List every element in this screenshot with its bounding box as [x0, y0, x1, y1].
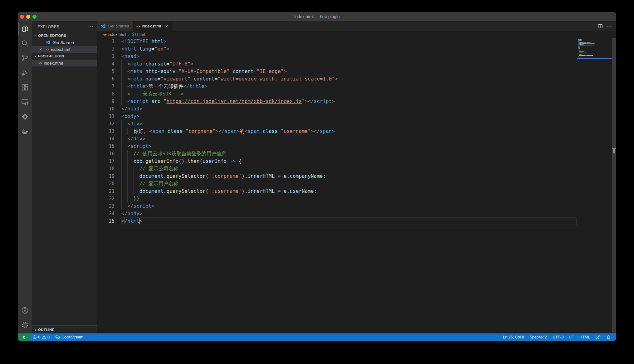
code-editor[interactable]: 1<!DOCTYPE html>2<html lang="en">3<head>…	[97, 38, 616, 333]
line-content: <!DOCTYPE html>	[121, 38, 616, 45]
line-number[interactable]: 18	[97, 165, 121, 172]
titlebar[interactable]: index.html — first-plugin	[18, 12, 616, 21]
activity-item-settings[interactable]	[18, 318, 32, 332]
code-line: 19 document.querySelector('.corpname').i…	[97, 172, 616, 180]
indent-guide	[121, 128, 122, 135]
sidebar-header: EXPLORER ···	[32, 21, 97, 32]
line-number[interactable]: 11	[97, 113, 121, 120]
source-control-icon	[21, 54, 29, 62]
scrollbar[interactable]	[612, 38, 616, 333]
line-number[interactable]: 14	[97, 135, 121, 143]
minimap-line	[579, 48, 580, 49]
bell-icon	[606, 335, 611, 340]
minimap-line	[579, 42, 580, 42]
activity-item-accounts[interactable]	[18, 303, 32, 318]
minimap-line	[594, 46, 594, 46]
status-feedback[interactable]	[593, 333, 603, 341]
line-content: <meta name="viewport" content="width=dev…	[121, 75, 616, 83]
explorer-more-actions-button[interactable]: ···	[88, 24, 94, 29]
line-number[interactable]: 20	[97, 180, 121, 187]
activity-item-extensions[interactable]	[18, 80, 32, 95]
breadcrumb-item-index-html[interactable]: <>index.html	[103, 32, 126, 37]
status-language-mode[interactable]: HTML	[577, 333, 593, 341]
split-editor-icon[interactable]	[598, 24, 603, 29]
more-actions-icon[interactable]: ···	[607, 23, 612, 29]
codestream-status[interactable]: CodeStream	[52, 333, 86, 341]
close-editor-icon[interactable]: ×	[38, 47, 43, 52]
line-number[interactable]: 25	[97, 217, 121, 225]
line-number[interactable]: 6	[97, 75, 121, 83]
activity-item-run-debug[interactable]	[18, 65, 32, 80]
desktop: { "window": {"title": "index.html — firs…	[0, 0, 634, 364]
line-number[interactable]: 17	[97, 158, 121, 165]
line-number[interactable]: 19	[97, 172, 121, 180]
status-encoding[interactable]: UTF-8	[550, 333, 566, 341]
line-number[interactable]: 22	[97, 195, 121, 202]
line-number[interactable]: 21	[97, 187, 121, 195]
activity-item-docker[interactable]	[18, 124, 32, 138]
workbench: EXPLORER ··· ›OPEN EDITORSGet Started×<>…	[18, 21, 616, 333]
minimize-window-button[interactable]	[26, 15, 30, 19]
line-number[interactable]: 24	[97, 210, 121, 217]
indent-guide	[121, 60, 122, 68]
line-number[interactable]: 4	[97, 60, 121, 68]
code-line: 10</head>	[97, 105, 616, 113]
line-number[interactable]: 2	[97, 45, 121, 53]
minimap-line	[593, 54, 594, 54]
status-indentation[interactable]: Spaces: 2	[527, 333, 550, 341]
line-content: // 显示公司名称	[121, 165, 616, 172]
line-number[interactable]: 15	[97, 143, 121, 150]
status-notifications[interactable]	[603, 333, 614, 341]
line-number[interactable]: 16	[97, 150, 121, 158]
section-header-first-plugin[interactable]: ›FIRST-PLUGIN	[32, 53, 97, 60]
status-label: Spaces: 2	[529, 335, 547, 339]
remote-indicator[interactable]	[18, 333, 30, 341]
line-number[interactable]: 3	[97, 53, 121, 60]
line-number[interactable]: 12	[97, 120, 121, 128]
sidebar-item-index.html[interactable]: <>index.html	[32, 60, 97, 66]
line-number[interactable]: 13	[97, 128, 121, 135]
line-number[interactable]: 1	[97, 38, 121, 45]
sidebar-item-get-started[interactable]: Get Started	[32, 39, 97, 46]
line-number[interactable]: 8	[97, 90, 121, 98]
line-number[interactable]: 23	[97, 202, 121, 210]
line-number[interactable]: 10	[97, 105, 121, 113]
tab-index.html[interactable]: <>index.html×	[133, 21, 173, 31]
activity-item-codestream[interactable]	[18, 109, 32, 124]
tab-get-started[interactable]: Get Started	[97, 21, 133, 31]
zoom-window-button[interactable]	[32, 15, 37, 19]
breadcrumb-label: index.html	[108, 32, 126, 37]
close-window-button[interactable]	[20, 15, 24, 19]
activity-item-explorer[interactable]	[18, 21, 32, 36]
line-number[interactable]: 9	[97, 98, 121, 105]
activity-bar-bottom	[18, 303, 32, 332]
line-number[interactable]: 5	[97, 68, 121, 75]
breadcrumb-item-html[interactable]: html	[131, 32, 145, 37]
section-header-open-editors[interactable]: ›OPEN EDITORS	[32, 32, 97, 39]
codestream-label: CodeStream	[61, 335, 83, 339]
sidebar-item-index.html[interactable]: ×<>index.html	[32, 46, 97, 53]
indent-guide	[121, 83, 122, 90]
line-number[interactable]: 7	[97, 83, 121, 90]
close-tab-icon[interactable]: ×	[164, 23, 169, 29]
minimap-line	[582, 54, 584, 54]
indent-guide	[121, 75, 122, 83]
line-content: // 使用云叩SDK获取当前登录的用户信息	[121, 150, 616, 158]
code-line: 14 </div>	[97, 135, 616, 143]
activity-item-remote-explorer[interactable]	[18, 95, 32, 109]
minimap-line	[587, 49, 588, 50]
activity-item-source-control[interactable]	[18, 51, 32, 65]
activity-item-search[interactable]	[18, 36, 32, 51]
minimap-line	[588, 54, 589, 54]
status-eol[interactable]: LF	[566, 333, 577, 341]
section-label: FIRST-PLUGIN	[38, 54, 64, 58]
vscode-logo	[46, 40, 51, 45]
line-content: <script>	[121, 143, 616, 150]
line-content: <script src="https://cdn.jsdelivr.net/np…	[121, 98, 616, 105]
minimap-line	[580, 50, 580, 50]
minimap[interactable]	[577, 38, 612, 63]
outline-section-header[interactable]: › OUTLINE	[32, 325, 97, 333]
status-cursor-position[interactable]: Ln 25, Col 8	[500, 333, 527, 341]
problems-status[interactable]: 0 0	[30, 333, 52, 341]
minimap-line	[588, 42, 590, 43]
